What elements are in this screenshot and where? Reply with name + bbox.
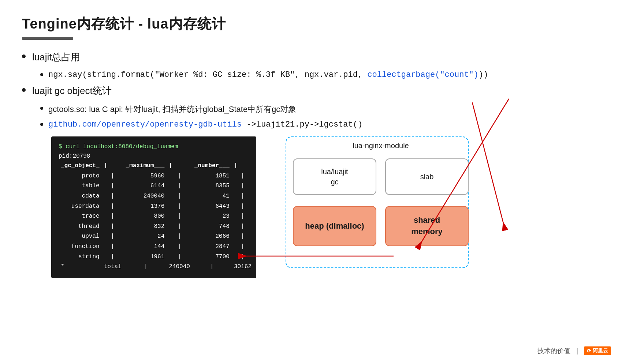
col-gc: _gc_object_ (59, 161, 102, 171)
row-num: 2847 (192, 242, 232, 252)
row-max: 240040 (124, 191, 167, 202)
ngxsay-text: ngx.say(string.format("Worker %d: GC siz… (48, 70, 488, 79)
row-sep3: | (232, 222, 254, 232)
terminal-block: $ curl localhost:8080/debug_luamem pid:2… (51, 136, 256, 278)
box-lua-gc-label: lua/luajitgc (321, 166, 348, 187)
row-num: 2066 (192, 232, 232, 242)
bullet-text-luajit-total: luajit总占用 (32, 51, 80, 64)
row-name: upval (59, 232, 102, 242)
row-max: 240040 (167, 262, 192, 272)
row-max: 144 (124, 242, 167, 252)
aliyun-arrow-icon: ⟳ (587, 348, 591, 354)
row-num: 1851 (192, 171, 232, 181)
row-num: 23 (192, 211, 232, 222)
row-name: function (59, 242, 102, 252)
row-sep2: | (167, 242, 192, 252)
row-sep1: | (102, 181, 124, 191)
box-heap-label: heap (dlmalloc) (305, 221, 364, 232)
row-sep1: | (102, 202, 124, 212)
row-sep3: | (232, 202, 254, 212)
row-name: cdata (59, 191, 102, 202)
bullet-dot-l2-3 (40, 123, 43, 126)
ngxsay-prefix: ngx.say(string.format("Worker %d: GC siz… (48, 70, 367, 79)
bullet-item-ngxsay: ngx.say(string.format("Worker %d: GC siz… (40, 70, 611, 79)
row-max: 6144 (124, 181, 167, 191)
row-sep2: | (167, 181, 192, 191)
title-underline (22, 37, 73, 40)
footer-separator: | (576, 347, 578, 355)
row-sep1: | (102, 222, 124, 232)
row-sep2: | (167, 191, 192, 202)
row-star: * (59, 262, 102, 272)
row-num: 6443 (192, 202, 232, 212)
bullet-item-gctools: gctools.so: lua C api: 针对luajit, 扫描并统计gl… (40, 104, 611, 115)
row-name: userdata (59, 202, 102, 212)
bullet-dot-l2 (40, 73, 43, 76)
row-sep2: | (167, 232, 192, 242)
aliyun-text: 阿里云 (593, 348, 608, 354)
row-num: 30162 (232, 262, 254, 272)
box-heap: heap (dlmalloc) (293, 206, 376, 246)
row-sep2: | (167, 222, 192, 232)
box-lua-gc: lua/luajitgc (293, 158, 376, 195)
github-suffix: ->luajit21.py->lgcstat() (242, 120, 362, 129)
col-sep3: | (232, 161, 254, 171)
box-shared-memory: sharedmemory (385, 206, 469, 246)
github-link[interactable]: github.com/openresty/openresty-gdb-utils (48, 120, 242, 129)
row-sep3: | (232, 252, 254, 262)
row-num: 41 (192, 191, 232, 202)
aliyun-logo: ⟳ 阿里云 (584, 346, 611, 355)
row-name: thread (59, 222, 102, 232)
gctools-text: gctools.so: lua C api: 针对luajit, 扫描并统计gl… (48, 104, 296, 115)
row-sep1: | (102, 211, 124, 222)
col-sep1: | (102, 161, 124, 171)
row-sep2: | (167, 202, 192, 212)
row-num: 7700 (192, 252, 232, 262)
bullet-text-luajit-gc: luajit gc object统计 (32, 85, 112, 97)
row-sep3: | (232, 211, 254, 222)
footer: 技术的价值 | ⟳ 阿里云 (537, 346, 611, 355)
terminal-pid: pid:20798 (59, 152, 249, 161)
row-name: string (59, 252, 102, 262)
row-sep1: | (124, 262, 167, 272)
inner-box-row: lua/luajitgc slab (293, 158, 469, 195)
row-sep1: | (102, 171, 124, 181)
row-sep3: | (232, 242, 254, 252)
module-label: lua-nginx-module (353, 142, 409, 150)
collectgarbage-link[interactable]: collectgarbage("count") (367, 70, 479, 79)
row-sep3: | (232, 171, 254, 181)
row-sep3: | (232, 191, 254, 202)
row-sep3: | (232, 181, 254, 191)
bullet-item-luajit-total: luajit总占用 (22, 51, 611, 64)
box-slab-label: slab (420, 172, 434, 182)
row-num: 8355 (192, 181, 232, 191)
row-sep2: | (167, 211, 192, 222)
row-max: 1376 (124, 202, 167, 212)
row-max: 1961 (124, 252, 167, 262)
row-max: 24 (124, 232, 167, 242)
row-sep3: | (232, 232, 254, 242)
row-name: table (59, 181, 102, 191)
diagram-area: lua-nginx-module lua/luajitgc slab heap … (286, 136, 476, 275)
bullet-item-luajit-gc: luajit gc object统计 (22, 85, 611, 97)
row-sep1: | (102, 252, 124, 262)
col-max: _maximum___ (124, 161, 167, 171)
github-text: github.com/openresty/openresty-gdb-utils… (48, 120, 362, 129)
row-max: 5960 (124, 171, 167, 181)
footer-tagline: 技术的价值 (537, 346, 570, 355)
row-name: proto (59, 171, 102, 181)
row-sep2: | (167, 171, 192, 181)
bottom-box-row: heap (dlmalloc) sharedmemory (293, 206, 469, 246)
row-max: 832 (124, 222, 167, 232)
row-sep2: | (192, 262, 232, 272)
row-sep1: | (102, 242, 124, 252)
content-row: $ curl localhost:8080/debug_luamem pid:2… (51, 136, 611, 278)
bullet-dot-l1 (22, 55, 26, 58)
bullet-list: luajit总占用 ngx.say(string.format("Worker … (22, 51, 611, 129)
row-name: trace (59, 211, 102, 222)
bullet-item-github: github.com/openresty/openresty-gdb-utils… (40, 120, 611, 129)
slide-container: Tengine内存统计 - lua内存统计 luajit总占用 ngx.say(… (0, 0, 633, 364)
bullet-dot-l2-2 (40, 107, 43, 110)
bullet-dot-l1-2 (22, 88, 26, 92)
terminal-cmd: $ curl localhost:8080/debug_luamem (59, 142, 249, 152)
